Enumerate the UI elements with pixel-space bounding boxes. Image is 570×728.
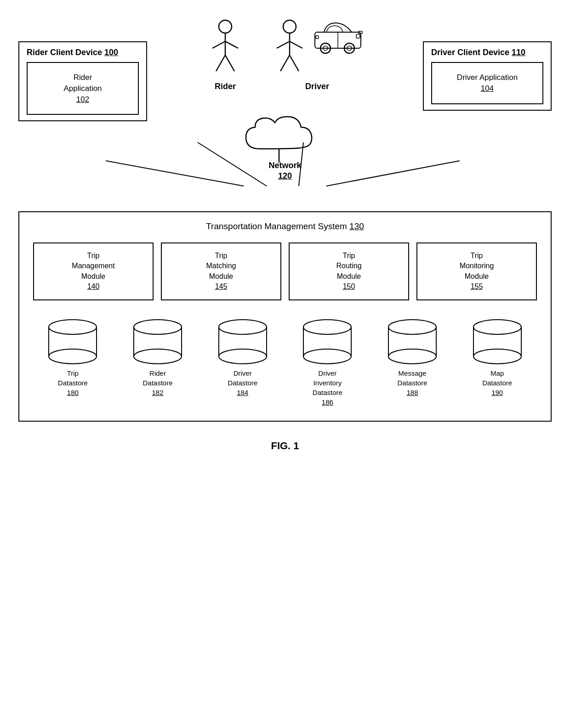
svg-point-47 — [473, 320, 521, 334]
svg-point-30 — [49, 349, 97, 364]
driver-device-title: Driver Client Device 110 — [431, 48, 543, 57]
network-cloud-svg — [234, 110, 336, 165]
trip-management-module: TripManagementModule140 — [33, 243, 154, 300]
datastores-row: TripDatastore180 RiderDatastore182 — [33, 319, 537, 407]
driver-person-svg — [271, 18, 308, 78]
trip-matching-module: TripMatchingModule145 — [161, 243, 281, 300]
map-datastore: MapDatastore190 — [457, 319, 537, 397]
svg-point-35 — [219, 320, 267, 334]
rider-app-label: RiderApplication102 — [35, 72, 131, 105]
svg-line-14 — [280, 55, 290, 71]
rider-datastore-icon — [130, 319, 185, 365]
svg-line-13 — [290, 41, 302, 48]
driver-figure: Driver — [271, 18, 363, 91]
modules-row: TripManagementModule140 TripMatchingModu… — [33, 243, 537, 300]
network-label-wrapper: Network 120 — [268, 160, 301, 182]
tms-container: Transportation Management System 130 Tri… — [18, 211, 552, 422]
center-figures: Rider — [147, 14, 423, 182]
network-cloud: Network 120 — [234, 110, 336, 182]
svg-point-42 — [303, 349, 351, 364]
driver-datastore-icon — [215, 319, 270, 365]
rider-person-svg — [207, 18, 244, 78]
trip-datastore-icon — [45, 319, 100, 365]
svg-rect-17 — [356, 34, 360, 38]
svg-line-8 — [216, 55, 225, 71]
svg-rect-27 — [49, 327, 97, 356]
svg-point-43 — [388, 320, 436, 334]
driver-label: Driver — [305, 82, 329, 91]
driver-app-label: Driver Application104 — [439, 72, 535, 94]
driver-inventory-icon — [300, 319, 355, 365]
svg-point-10 — [283, 20, 296, 33]
svg-line-7 — [225, 41, 238, 48]
driver-client-device: Driver Client Device 110 Driver Applicat… — [423, 41, 552, 111]
svg-line-6 — [212, 41, 225, 48]
rider-label: Rider — [215, 82, 236, 91]
driver-inventory-datastore: DriverInventoryDatastore186 — [288, 319, 367, 407]
svg-point-38 — [219, 349, 267, 364]
rider-client-device: Rider Client Device 100 RiderApplication… — [18, 41, 147, 121]
rider-datastore: RiderDatastore182 — [118, 319, 198, 397]
trip-monitoring-module: TripMonitoringModule155 — [416, 243, 537, 300]
trip-routing-module: TripRoutingModule150 — [289, 243, 409, 300]
top-content: Rider Client Device 100 RiderApplication… — [18, 14, 552, 182]
svg-point-31 — [134, 320, 182, 334]
svg-point-50 — [473, 349, 521, 364]
rider-app-box: RiderApplication102 — [27, 62, 139, 115]
svg-point-26 — [49, 320, 97, 334]
tms-title: Transportation Management System 130 — [33, 221, 537, 231]
svg-point-4 — [219, 20, 232, 33]
message-datastore: MessageDatastore188 — [373, 319, 452, 397]
fig-caption: FIG. 1 — [18, 440, 552, 452]
top-section: Rider Client Device 100 RiderApplication… — [18, 14, 552, 207]
svg-line-15 — [290, 55, 299, 71]
network-text: Network 120 — [268, 160, 301, 182]
rider-figure: Rider — [207, 18, 244, 91]
svg-line-9 — [225, 55, 234, 71]
trip-datastore: TripDatastore180 — [33, 319, 113, 397]
main-container: Rider Client Device 100 RiderApplication… — [9, 0, 561, 466]
svg-rect-18 — [316, 36, 319, 39]
message-datastore-icon — [385, 319, 440, 365]
svg-point-34 — [134, 349, 182, 364]
figures-row: Rider — [207, 14, 363, 91]
map-datastore-icon — [470, 319, 525, 365]
svg-point-39 — [303, 320, 351, 334]
driver-datastore: DriverDatastore184 — [203, 319, 282, 397]
car-icon — [313, 18, 363, 55]
driver-app-box: Driver Application104 — [431, 62, 543, 104]
svg-line-12 — [277, 41, 290, 48]
svg-point-46 — [388, 349, 436, 364]
rider-device-title: Rider Client Device 100 — [27, 48, 139, 57]
